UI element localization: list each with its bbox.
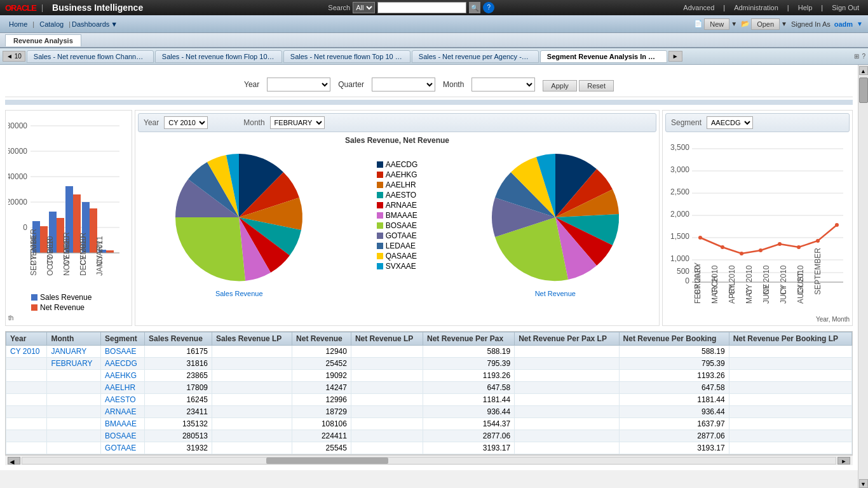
advanced-link[interactable]: Advanced xyxy=(679,4,718,11)
scroll-down-btn[interactable]: ▼ xyxy=(859,479,868,488)
segment-label: Segment xyxy=(671,118,702,127)
num-cell: 23411 xyxy=(145,406,212,418)
second-nav-right: 📄 New ▼ 📂 Open ▼ Signed In As oadm ▼ xyxy=(694,18,863,30)
segment-cell[interactable]: ARNAAE xyxy=(101,406,145,418)
sales-revenue-color xyxy=(31,294,37,301)
num-cell: 16175 xyxy=(145,346,212,358)
scroll-thumb-h[interactable] xyxy=(266,458,388,464)
num-cell xyxy=(351,430,423,442)
segment-cell[interactable]: AAELHR xyxy=(101,382,145,394)
top-nav-left: ORACLE | Business Intelligence xyxy=(5,3,143,13)
separator-bar xyxy=(5,100,853,105)
line-chart-panel: Segment AAECDG 3,500 3,000 2,500 2,000 1… xyxy=(662,110,853,326)
num-cell xyxy=(351,358,423,370)
search-scope-select[interactable]: All xyxy=(353,2,375,13)
new-dropdown[interactable]: 📄 New ▼ xyxy=(694,18,737,30)
tab-help-icon[interactable]: ? xyxy=(862,53,865,60)
vertical-scrollbar[interactable]: ▲ ▼ xyxy=(858,65,868,488)
scroll-up-btn[interactable]: ▲ xyxy=(859,66,868,75)
segment-cell[interactable]: BMAAAE xyxy=(101,418,145,430)
svg-text:APRIL: APRIL xyxy=(728,281,736,304)
search-label: Search xyxy=(328,4,350,11)
num-cell xyxy=(515,346,619,358)
dashboards-dropdown[interactable]: Dashboards ▼ xyxy=(72,20,118,28)
segment-cell[interactable]: GOTAAE xyxy=(101,442,145,454)
segment-cell[interactable]: BOSAAE xyxy=(101,430,145,442)
net-revenue-label: Net Revenue xyxy=(40,303,85,312)
segment-cell[interactable]: BOSAAE xyxy=(101,346,145,358)
scroll-left-btn[interactable]: ◄ xyxy=(8,457,20,464)
user-dropdown-arrow[interactable]: ▼ xyxy=(857,20,863,27)
num-cell xyxy=(212,382,292,394)
num-cell xyxy=(729,370,851,382)
num-cell xyxy=(515,358,619,370)
num-cell: 16245 xyxy=(145,394,212,406)
segment-cell[interactable]: AAECDG xyxy=(101,358,145,370)
num-cell xyxy=(212,430,292,442)
svg-text:SEPTEMBER: SEPTEMBER xyxy=(29,229,38,276)
reset-button[interactable]: Reset xyxy=(579,80,614,92)
svg-point-50 xyxy=(721,245,724,249)
num-cell: 1181.44 xyxy=(619,394,729,406)
month-cell[interactable]: FEBRUARY xyxy=(47,358,101,370)
num-cell: 1181.44 xyxy=(423,394,515,406)
search-button[interactable]: 🔍 xyxy=(469,2,480,13)
num-cell: 2877.06 xyxy=(619,430,729,442)
nav-divider-1: | xyxy=(41,3,43,12)
scroll-right-btn[interactable]: ► xyxy=(837,457,850,464)
pie-legend: AAECDG AAEHKG AAELHR xyxy=(377,147,418,271)
svg-point-53 xyxy=(778,242,782,246)
dashboard-tab-bar: Revenue Analysis xyxy=(0,33,868,48)
svg-point-55 xyxy=(816,239,820,243)
year-filter-label: Year xyxy=(244,80,259,89)
pie-chart-panel: Year CY 2010 Month FEBRUARY Sales Revenu… xyxy=(135,110,660,326)
table-row: AAEHKG23865190921193.261193.26 xyxy=(6,370,852,382)
net-revenue-pie xyxy=(485,147,625,287)
help-icon-btn[interactable]: ? xyxy=(483,2,494,13)
quarter-filter-select[interactable] xyxy=(372,78,435,92)
tab-top-countries[interactable]: Sales - Net revenue flown Top 10 Countri… xyxy=(283,50,410,63)
open-dropdown[interactable]: 📂 Open ▼ xyxy=(741,18,787,30)
tab-channel-top10[interactable]: Sales - Net revenue flown Channel Top 10 xyxy=(27,50,154,63)
search-input[interactable] xyxy=(377,2,466,13)
revenue-analysis-tab[interactable]: Revenue Analysis xyxy=(5,34,81,46)
col-net-rev-per-pax-lp: Net Revenue Per Pax LP xyxy=(515,332,619,346)
legend-net-revenue: Net Revenue xyxy=(31,303,129,312)
tab-flop-countries[interactable]: Sales - Net revenue flown Flop 10 Countr… xyxy=(155,50,282,63)
new-button[interactable]: New xyxy=(704,18,729,30)
year-filter-select[interactable] xyxy=(267,78,330,92)
num-cell: 12940 xyxy=(292,346,351,358)
tab-more-btn[interactable]: ► xyxy=(668,51,682,62)
pie-year-select[interactable]: CY 2010 xyxy=(164,116,208,129)
num-cell xyxy=(351,406,423,418)
month-filter-select[interactable] xyxy=(471,78,535,92)
month-cell[interactable]: JANUARY xyxy=(47,346,101,358)
svg-point-54 xyxy=(797,245,801,249)
catalog-link[interactable]: Catalog xyxy=(36,19,67,29)
segment-cell[interactable]: AAEHKG xyxy=(101,370,145,382)
tab-segment-revenue[interactable]: Segment Revenue Analysis In USD xyxy=(540,50,667,63)
home-link[interactable]: Home xyxy=(5,19,31,29)
segment-cell[interactable]: AAESTO xyxy=(101,394,145,406)
segment-select[interactable]: AAECDG xyxy=(707,116,753,129)
pie-month-select[interactable]: FEBRUARY xyxy=(270,116,325,129)
scroll-track[interactable] xyxy=(22,457,836,464)
num-cell: 795.39 xyxy=(423,358,515,370)
apply-button[interactable]: Apply xyxy=(543,80,577,92)
help-link[interactable]: Help xyxy=(794,4,817,11)
legend-ARNAAE: ARNAAE xyxy=(377,201,418,210)
horizontal-scrollbar[interactable]: ◄ ► xyxy=(5,455,853,465)
year-cell[interactable]: CY 2010 xyxy=(6,346,47,358)
scroll-thumb-v[interactable] xyxy=(859,78,868,103)
sign-out-link[interactable]: Sign Out xyxy=(828,4,863,11)
tab-prev-btn[interactable]: ◄ 10 xyxy=(3,51,25,62)
num-cell xyxy=(212,346,292,358)
open-button[interactable]: Open xyxy=(751,18,780,30)
num-cell: 108106 xyxy=(292,418,351,430)
svg-text:20000: 20000 xyxy=(8,198,27,207)
tab-grid-icon[interactable]: ⊞ xyxy=(854,53,859,60)
scrollable-content[interactable]: Year Quarter Month Apply Reset xyxy=(0,65,858,488)
svg-text:SEPTEMBER: SEPTEMBER xyxy=(813,248,822,295)
administration-link[interactable]: Administration xyxy=(730,4,782,11)
tab-agency-top10[interactable]: Sales - Net revenue per Agency -Top 10 R… xyxy=(412,50,539,63)
